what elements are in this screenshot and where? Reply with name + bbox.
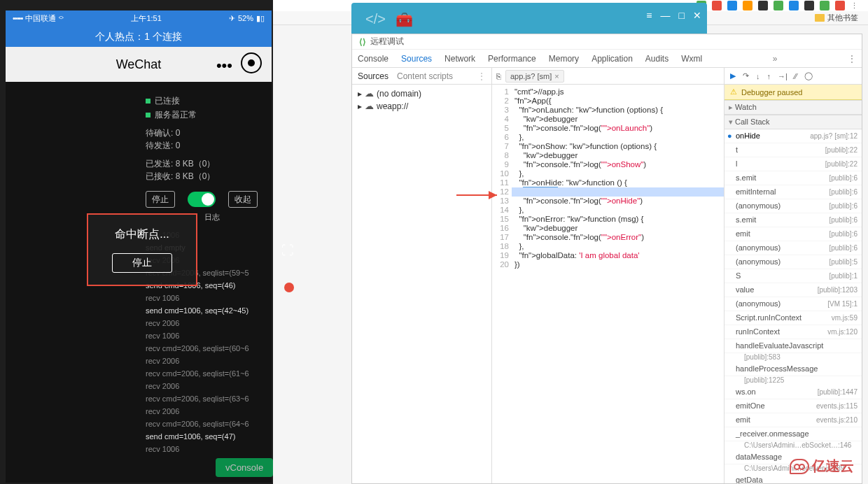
tree-item[interactable]: ▸☁weapp:// — [358, 100, 486, 113]
devtools-tabs: ConsoleSourcesNetworkPerformanceMemoryAp… — [352, 50, 862, 68]
stack-frame[interactable]: emitOneevents.js:115 — [724, 399, 862, 413]
stack-frame[interactable]: t[publib]:22 — [724, 143, 862, 157]
cloud-icon: ☁ — [365, 87, 374, 100]
status-time: 上午1:51 — [131, 13, 161, 24]
pause-exceptions-icon[interactable]: ◯ — [804, 71, 813, 80]
record-icon[interactable] — [284, 283, 294, 292]
devtools-tab[interactable]: Network — [444, 54, 475, 64]
file-tab[interactable]: app.js? [sm] × — [505, 70, 564, 83]
breakpoint-modal: 命中断点... 停止 — [87, 213, 197, 286]
collapse-button[interactable]: 收起 — [228, 191, 258, 208]
devtools-tab[interactable]: Console — [358, 54, 388, 64]
more-icon[interactable]: ••• — [216, 57, 232, 75]
signal-icon: ••••• — [13, 14, 22, 22]
stack-frame[interactable]: handleProcessMessage — [724, 362, 862, 376]
ext-icon[interactable] — [758, 1, 768, 10]
debugger-paused: Debugger paused — [724, 85, 862, 100]
battery-percent: 52% — [238, 14, 253, 22]
stack-frame[interactable]: _receiver.onmessage — [724, 427, 862, 441]
stack-frame[interactable]: l[publib]:22 — [724, 157, 862, 171]
folder-icon — [815, 14, 825, 22]
step-over-icon[interactable]: ↷ — [743, 71, 749, 80]
stack-frame[interactable]: (anonymous)[publib]:6 — [724, 241, 862, 255]
ext-icon[interactable] — [774, 1, 783, 10]
stack-frame[interactable]: (anonymous)[VM 15]:1 — [724, 297, 862, 311]
stack-frame[interactable]: ws.on[publib]:1447 — [724, 385, 862, 399]
stack-frame[interactable]: handleEvaluateJavascript — [724, 339, 862, 353]
status-dot-icon — [146, 99, 150, 104]
resume-icon[interactable]: ▶ — [730, 71, 736, 80]
step-out-icon[interactable]: ↑ — [767, 72, 771, 80]
wechat-header: WeChat ••• — [6, 47, 272, 82]
location-icon: ✈ — [229, 14, 235, 23]
ext-icon[interactable] — [789, 1, 799, 10]
devtools-tab[interactable]: Audits — [645, 54, 668, 64]
devtools-tab[interactable]: Application — [592, 54, 633, 64]
devtools-tab[interactable]: Performance — [488, 54, 536, 64]
watch-section[interactable]: Watch — [724, 100, 862, 115]
devtools-tab[interactable]: Wxml — [681, 54, 702, 64]
ext-icon[interactable] — [727, 1, 737, 10]
step-icon[interactable]: →| — [778, 72, 788, 80]
settings-icon[interactable]: ⋮ — [848, 54, 856, 64]
stack-frame[interactable]: (anonymous)[publib]:5 — [724, 255, 862, 269]
breakpoint-stop-button[interactable]: 停止 — [112, 253, 172, 273]
maximize-icon[interactable]: □ — [679, 10, 685, 21]
watermark-logo: 亿速云 — [790, 457, 854, 476]
toolbox-icon[interactable]: 🧰 — [396, 11, 413, 28]
stack-frame[interactable]: runInContextvm.js:120 — [724, 325, 862, 339]
stack-frame[interactable]: emit[publib]:6 — [724, 227, 862, 241]
tree-item[interactable]: ▸☁(no domain) — [358, 87, 486, 100]
stack-frame[interactable]: emitevents.js:210 — [724, 413, 862, 427]
debug-toolbar: ▶ ↷ ↓ ↑ →| ⁄⁄ ◯ — [724, 68, 862, 85]
code-editor[interactable]: 1234567891011121314151617181920 "cmt">//… — [492, 85, 724, 483]
stack-frame[interactable]: value[publib]:1203 — [724, 283, 862, 297]
battery-icon: ▮▯ — [256, 14, 265, 23]
ext-icon[interactable] — [820, 1, 830, 10]
deactivate-breakpoints-icon[interactable]: ⁄⁄ — [794, 72, 797, 80]
callstack-section[interactable]: Call Stack — [724, 115, 862, 129]
sources-subtab[interactable]: Sources — [358, 71, 388, 81]
file-nav-icon[interactable]: ⎘ — [496, 72, 501, 80]
breakpoint-label: 命中断点... — [115, 227, 169, 242]
step-into-icon[interactable]: ↓ — [756, 72, 760, 80]
vconsole-button[interactable]: vConsole — [216, 458, 273, 477]
code-icon[interactable]: </> — [365, 11, 386, 28]
wifi-icon: ⌔ — [59, 14, 64, 22]
ext-icon[interactable] — [743, 1, 752, 10]
stack-frame[interactable]: Script.runInContextvm.js:59 — [724, 311, 862, 325]
sources-subtabs: Sources Content scripts ⋮ — [352, 68, 491, 85]
devtools-tab[interactable]: Sources — [401, 54, 432, 64]
content-scripts-subtab[interactable]: Content scripts — [397, 71, 453, 81]
stack-frame[interactable]: s.emit[publib]:6 — [724, 171, 862, 185]
call-stack-list: onHideapp.js? [sm]:12t[publib]:22l[publi… — [724, 129, 862, 483]
stack-frame[interactable]: onHideapp.js? [sm]:12 — [724, 129, 862, 143]
bookmark-folder[interactable]: 其他书签 — [827, 13, 858, 23]
status-dot-icon — [146, 113, 150, 118]
close-icon[interactable]: ✕ — [693, 10, 701, 21]
ext-icon[interactable] — [712, 1, 722, 10]
minimize-icon[interactable]: — — [661, 10, 671, 21]
devtools-body: ⟨⟩ 远程调试 ConsoleSourcesNetworkPerformance… — [351, 34, 862, 484]
target-icon[interactable] — [241, 52, 262, 73]
menu-icon[interactable]: ≡ — [646, 10, 652, 21]
more-icon[interactable]: ⋮ — [477, 71, 486, 81]
hotspot-bar: 个人热点：1 个连接 — [6, 26, 272, 47]
devtools-logo-icon: ⟨⟩ — [359, 37, 366, 47]
ext-icon[interactable] — [804, 1, 814, 10]
devtools-tab[interactable]: Memory — [549, 54, 579, 64]
stop-button[interactable]: 停止 — [146, 191, 175, 208]
stack-frame[interactable]: (anonymous)[publib]:6 — [724, 199, 862, 213]
stack-frame[interactable]: emitInternal[publib]:6 — [724, 185, 862, 199]
source-tree: ▸☁(no domain) ▸☁weapp:// — [352, 85, 491, 115]
ext-icon[interactable] — [835, 1, 845, 10]
stack-frame[interactable]: S[publib]:1 — [724, 269, 862, 283]
devtools-title: 远程调试 — [370, 36, 404, 48]
stack-frame[interactable]: s.emit[publib]:6 — [724, 213, 862, 227]
close-tab-icon[interactable]: × — [554, 72, 559, 80]
logo-icon — [790, 459, 809, 474]
tabs-overflow-icon[interactable]: » — [773, 54, 778, 64]
devtools-titlebar: </> 🧰 ≡ — □ ✕ — [351, 3, 707, 34]
browser-menu-icon[interactable]: ⋮ — [850, 1, 858, 10]
log-toggle[interactable] — [188, 192, 216, 207]
